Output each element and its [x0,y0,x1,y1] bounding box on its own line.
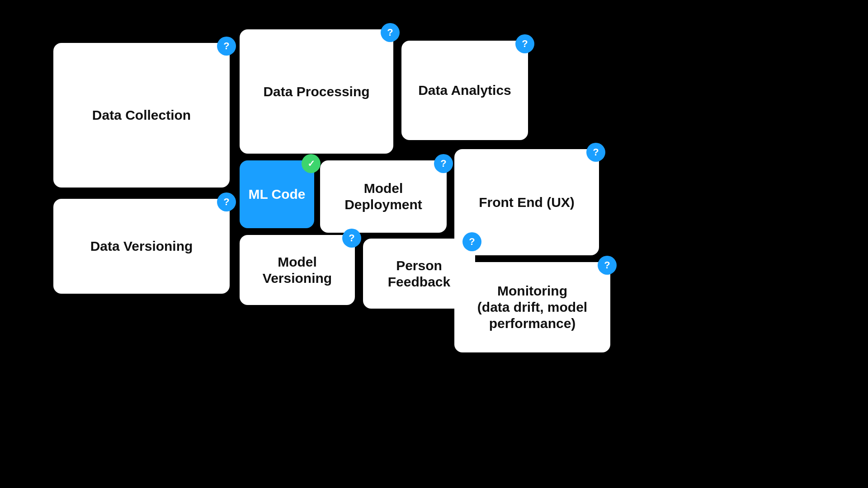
card-label-model-deployment: Model Deployment [344,180,422,213]
card-data-analytics[interactable]: Data Analytics? [401,41,528,140]
card-label-data-processing: Data Processing [263,84,369,100]
badge-data-collection[interactable]: ? [217,37,236,56]
card-label-data-collection: Data Collection [92,107,191,123]
card-model-deployment[interactable]: Model Deployment? [320,160,447,233]
card-data-versioning[interactable]: Data Versioning? [53,199,230,294]
card-ml-code[interactable]: ML Code✓ [240,160,314,228]
badge-model-versioning[interactable]: ? [342,229,361,248]
badge-ml-code[interactable]: ✓ [302,154,321,173]
card-label-ml-code: ML Code [248,186,305,202]
badge-data-processing[interactable]: ? [381,23,400,42]
card-data-processing[interactable]: Data Processing? [240,29,393,154]
card-data-collection[interactable]: Data Collection? [53,43,230,188]
card-label-data-analytics: Data Analytics [418,82,511,99]
card-model-versioning[interactable]: Model Versioning? [240,235,355,305]
badge-data-versioning[interactable]: ? [217,192,236,211]
badge-person-feedback[interactable]: ? [462,232,481,251]
card-monitoring[interactable]: Monitoring (data drift, model performanc… [454,262,610,352]
badge-front-end-ux[interactable]: ? [586,143,605,162]
badge-data-analytics[interactable]: ? [515,34,534,53]
card-label-monitoring: Monitoring (data drift, model performanc… [477,283,587,332]
canvas: Data Collection?Data Processing?Data Ana… [0,0,868,488]
badge-monitoring[interactable]: ? [598,256,617,275]
card-label-front-end-ux: Front End (UX) [479,194,575,211]
card-label-model-versioning: Model Versioning [263,254,332,286]
badge-model-deployment[interactable]: ? [434,154,453,173]
card-label-person-feedback: Person Feedback [388,258,450,290]
card-label-data-versioning: Data Versioning [90,238,193,254]
